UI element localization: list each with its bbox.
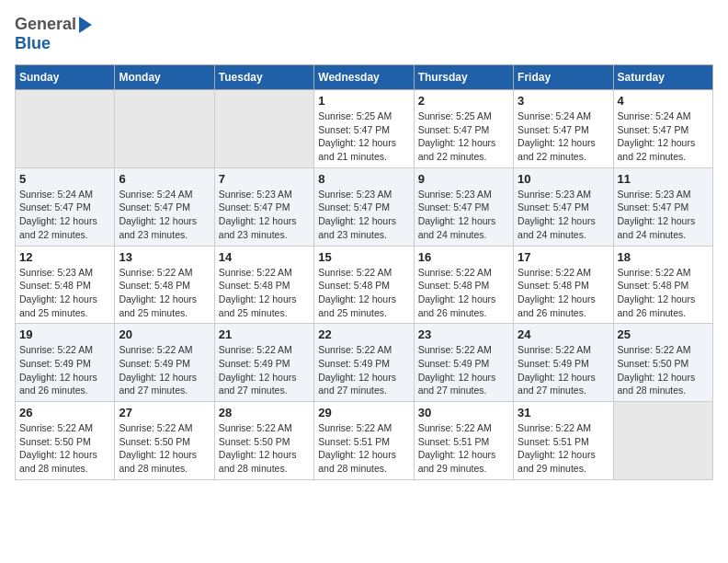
day-number: 31 — [518, 406, 609, 419]
day-info: Sunrise: 5:24 AMSunset: 5:47 PMDaylight:… — [19, 188, 110, 242]
day-cell — [214, 90, 313, 168]
day-cell: 16Sunrise: 5:22 AMSunset: 5:48 PMDayligh… — [414, 246, 513, 324]
weekday-header-wednesday: Wednesday — [314, 65, 414, 90]
logo-blue: Blue — [15, 34, 51, 52]
day-info: Sunrise: 5:23 AMSunset: 5:47 PMDaylight:… — [418, 188, 509, 242]
day-cell: 6Sunrise: 5:24 AMSunset: 5:47 PMDaylight… — [115, 167, 214, 246]
day-number: 6 — [119, 172, 210, 186]
weekday-header-friday: Friday — [514, 65, 613, 90]
day-info: Sunrise: 5:22 AMSunset: 5:48 PMDaylight:… — [418, 266, 509, 320]
day-number: 7 — [219, 172, 310, 186]
day-cell: 22Sunrise: 5:22 AMSunset: 5:49 PMDayligh… — [314, 324, 414, 402]
day-cell: 4Sunrise: 5:24 AMSunset: 5:47 PMDaylight… — [613, 90, 712, 168]
day-info: Sunrise: 5:22 AMSunset: 5:49 PMDaylight:… — [119, 343, 210, 397]
day-cell: 14Sunrise: 5:22 AMSunset: 5:48 PMDayligh… — [214, 246, 313, 324]
day-info: Sunrise: 5:22 AMSunset: 5:48 PMDaylight:… — [518, 266, 609, 320]
day-cell: 7Sunrise: 5:23 AMSunset: 5:47 PMDaylight… — [214, 167, 313, 246]
day-info: Sunrise: 5:23 AMSunset: 5:47 PMDaylight:… — [219, 188, 310, 242]
week-row-3: 12Sunrise: 5:23 AMSunset: 5:48 PMDayligh… — [16, 246, 713, 324]
day-number: 16 — [418, 250, 509, 264]
day-info: Sunrise: 5:25 AMSunset: 5:47 PMDaylight:… — [318, 109, 409, 164]
header: General Blue — [15, 15, 713, 53]
weekday-header-monday: Monday — [115, 65, 214, 90]
day-number: 18 — [618, 250, 709, 264]
day-number: 2 — [418, 94, 509, 108]
day-cell: 18Sunrise: 5:22 AMSunset: 5:48 PMDayligh… — [613, 246, 712, 324]
day-cell — [16, 90, 115, 168]
day-info: Sunrise: 5:23 AMSunset: 5:47 PMDaylight:… — [518, 188, 609, 242]
week-row-1: 1Sunrise: 5:25 AMSunset: 5:47 PMDaylight… — [16, 90, 713, 168]
day-info: Sunrise: 5:23 AMSunset: 5:47 PMDaylight:… — [318, 188, 409, 242]
day-cell: 8Sunrise: 5:23 AMSunset: 5:47 PMDaylight… — [314, 167, 414, 246]
day-cell: 27Sunrise: 5:22 AMSunset: 5:50 PMDayligh… — [115, 402, 214, 480]
day-cell: 17Sunrise: 5:22 AMSunset: 5:48 PMDayligh… — [514, 246, 613, 324]
day-info: Sunrise: 5:22 AMSunset: 5:49 PMDaylight:… — [518, 343, 609, 397]
day-cell: 31Sunrise: 5:22 AMSunset: 5:51 PMDayligh… — [514, 402, 613, 480]
day-cell: 5Sunrise: 5:24 AMSunset: 5:47 PMDaylight… — [16, 167, 115, 246]
day-number: 17 — [518, 250, 609, 264]
day-cell: 15Sunrise: 5:22 AMSunset: 5:48 PMDayligh… — [314, 246, 414, 324]
day-number: 27 — [119, 406, 210, 419]
day-cell: 19Sunrise: 5:22 AMSunset: 5:49 PMDayligh… — [16, 324, 115, 402]
day-number: 21 — [219, 327, 310, 341]
day-number: 30 — [418, 406, 509, 419]
day-info: Sunrise: 5:22 AMSunset: 5:49 PMDaylight:… — [219, 343, 310, 397]
day-info: Sunrise: 5:22 AMSunset: 5:51 PMDaylight:… — [318, 421, 409, 476]
day-number: 10 — [518, 172, 609, 186]
day-number: 24 — [518, 327, 609, 341]
week-row-2: 5Sunrise: 5:24 AMSunset: 5:47 PMDaylight… — [16, 167, 713, 246]
day-info: Sunrise: 5:23 AMSunset: 5:47 PMDaylight:… — [618, 188, 709, 242]
day-info: Sunrise: 5:24 AMSunset: 5:47 PMDaylight:… — [618, 109, 709, 164]
day-info: Sunrise: 5:24 AMSunset: 5:47 PMDaylight:… — [518, 109, 609, 164]
weekday-header-row: SundayMondayTuesdayWednesdayThursdayFrid… — [16, 65, 713, 90]
day-cell: 26Sunrise: 5:22 AMSunset: 5:50 PMDayligh… — [16, 402, 115, 480]
day-cell: 9Sunrise: 5:23 AMSunset: 5:47 PMDaylight… — [414, 167, 513, 246]
day-cell: 25Sunrise: 5:22 AMSunset: 5:50 PMDayligh… — [613, 324, 712, 402]
day-cell: 1Sunrise: 5:25 AMSunset: 5:47 PMDaylight… — [314, 90, 414, 168]
day-number: 13 — [119, 250, 210, 264]
week-row-5: 26Sunrise: 5:22 AMSunset: 5:50 PMDayligh… — [16, 402, 713, 480]
day-number: 29 — [318, 406, 409, 419]
day-cell: 21Sunrise: 5:22 AMSunset: 5:49 PMDayligh… — [214, 324, 313, 402]
day-cell — [613, 402, 712, 480]
day-info: Sunrise: 5:22 AMSunset: 5:48 PMDaylight:… — [618, 266, 709, 320]
day-info: Sunrise: 5:22 AMSunset: 5:49 PMDaylight:… — [19, 343, 110, 397]
day-cell: 23Sunrise: 5:22 AMSunset: 5:49 PMDayligh… — [414, 324, 513, 402]
day-number: 3 — [518, 94, 609, 108]
day-cell: 2Sunrise: 5:25 AMSunset: 5:47 PMDaylight… — [414, 90, 513, 168]
day-number: 5 — [19, 172, 110, 186]
calendar-table: SundayMondayTuesdayWednesdayThursdayFrid… — [15, 64, 713, 480]
day-number: 11 — [618, 172, 709, 186]
logo-arrow-icon — [79, 17, 92, 33]
day-number: 1 — [318, 94, 409, 108]
day-number: 8 — [318, 172, 409, 186]
day-number: 9 — [418, 172, 509, 186]
day-cell: 30Sunrise: 5:22 AMSunset: 5:51 PMDayligh… — [414, 402, 513, 480]
day-info: Sunrise: 5:22 AMSunset: 5:49 PMDaylight:… — [418, 343, 509, 397]
day-info: Sunrise: 5:22 AMSunset: 5:50 PMDaylight:… — [119, 421, 210, 476]
day-cell — [115, 90, 214, 168]
day-cell: 28Sunrise: 5:22 AMSunset: 5:50 PMDayligh… — [214, 402, 313, 480]
day-number: 4 — [618, 94, 709, 108]
day-cell: 29Sunrise: 5:22 AMSunset: 5:51 PMDayligh… — [314, 402, 414, 480]
day-info: Sunrise: 5:22 AMSunset: 5:48 PMDaylight:… — [219, 266, 310, 320]
day-info: Sunrise: 5:24 AMSunset: 5:47 PMDaylight:… — [119, 188, 210, 242]
day-number: 12 — [19, 250, 110, 264]
week-row-4: 19Sunrise: 5:22 AMSunset: 5:49 PMDayligh… — [16, 324, 713, 402]
day-number: 19 — [19, 327, 110, 341]
day-cell: 12Sunrise: 5:23 AMSunset: 5:48 PMDayligh… — [16, 246, 115, 324]
day-info: Sunrise: 5:22 AMSunset: 5:50 PMDaylight:… — [219, 421, 310, 476]
day-info: Sunrise: 5:22 AMSunset: 5:51 PMDaylight:… — [518, 421, 609, 476]
logo-general: General — [15, 15, 76, 34]
day-info: Sunrise: 5:22 AMSunset: 5:50 PMDaylight:… — [618, 343, 709, 397]
weekday-header-thursday: Thursday — [414, 65, 513, 90]
logo: General Blue — [15, 15, 92, 53]
day-number: 15 — [318, 250, 409, 264]
day-info: Sunrise: 5:22 AMSunset: 5:48 PMDaylight:… — [318, 266, 409, 320]
day-info: Sunrise: 5:23 AMSunset: 5:48 PMDaylight:… — [19, 266, 110, 320]
day-number: 25 — [618, 327, 709, 341]
day-number: 23 — [418, 327, 509, 341]
day-number: 22 — [318, 327, 409, 341]
day-number: 14 — [219, 250, 310, 264]
weekday-header-sunday: Sunday — [16, 65, 115, 90]
